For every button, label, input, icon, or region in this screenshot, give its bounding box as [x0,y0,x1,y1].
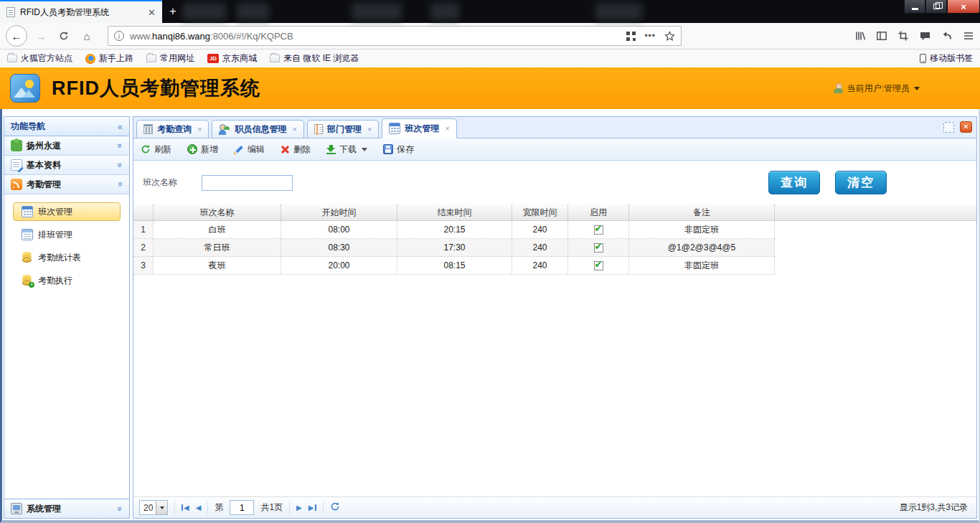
page-number-input[interactable] [230,500,254,515]
tab-close-icon[interactable]: × [292,125,296,133]
cell-note: @1@2@3@4@5 [629,239,775,256]
save-button[interactable]: 保存 [383,143,414,156]
current-user-label: 当前用户:管理员 [847,83,910,95]
sidebar-icon[interactable] [876,30,887,42]
mobile-bookmarks[interactable]: 移动版书签 [920,52,973,65]
check-icon: ✔ [595,241,603,252]
undo-icon[interactable] [941,30,953,42]
url-bar[interactable]: i www.hanqi86.wang:8006/#!/Kq/KQPCB ••• [108,26,682,46]
sidebar-section-yangzhou[interactable]: 扬州永道 » [4,136,129,156]
bookmark-item[interactable]: JD京东商城 [207,52,257,65]
delete-icon [281,145,290,154]
refresh-button[interactable]: 刷新 [141,143,171,156]
dropdown-button[interactable] [156,501,167,514]
bookmark-item[interactable]: 新手上路 [85,52,133,65]
pencil-icon [234,144,244,154]
window-minimize-button[interactable] [904,0,925,14]
tab-staff-info[interactable]: 职员信息管理 × [212,120,303,138]
tab-label: 部门管理 [327,123,362,136]
first-page-button[interactable]: ◀ [182,504,189,512]
query-button[interactable]: 查询 [768,171,820,194]
screenshot-icon[interactable] [897,30,909,42]
chevron-down-icon[interactable] [362,148,367,151]
firefox-icon [85,54,95,64]
checkbox-checked[interactable]: ✔ [594,243,603,253]
tab-close-icon[interactable]: × [445,124,449,133]
app-body: 功能导航 « 扬州永道 » 基本资料 » 考勤管理 » 班次管 [0,109,980,523]
shift-name-label: 班次名称 [143,176,202,189]
table-row[interactable]: 1 白班 08:00 20:15 240 ✔ 非固定班 [133,221,775,239]
record-count-status: 显示1到3,共3记录 [900,501,971,514]
home-button[interactable]: ⌂ [77,27,96,45]
add-button[interactable]: 新增 [187,143,218,156]
tab-close-icon[interactable]: ✕ [148,8,156,17]
bookmark-item[interactable]: 火狐官方站点 [7,52,72,65]
chevron-down-icon: » [116,506,126,512]
reload-button[interactable] [55,27,73,45]
window-restore-button[interactable] [925,0,947,14]
download-button[interactable]: 下载 [326,143,367,156]
row-number: 1 [133,221,154,238]
edit-button[interactable]: 编辑 [234,143,265,156]
prev-page-button[interactable]: ◀ [196,504,202,512]
phone-icon [920,54,926,63]
bookmark-item[interactable]: 常用网址 [146,52,194,65]
next-page-button[interactable]: ▶ [296,504,302,512]
cell-shift-name: 常日班 [154,239,281,256]
last-page-button[interactable]: ▶ [308,504,316,512]
background-blur [595,3,642,20]
column-header: 宽限时间 [512,204,568,220]
tab-close-icon[interactable]: × [197,125,202,133]
sidebar-item-attendance-execute[interactable]: 考勤执行 [13,271,121,290]
chat-icon[interactable] [919,30,931,42]
app-title: RFID人员考勤管理系统 [52,75,260,101]
menu-icon[interactable] [963,30,974,42]
checkbox-checked[interactable]: ✔ [594,225,603,235]
sidebar-section-basic-data[interactable]: 基本资料 » [4,156,129,175]
browser-tab[interactable]: RFID人员考勤管理系统 ✕ [0,0,162,23]
column-header: 备注 [629,204,775,220]
cell-end-time: 08:15 [397,257,512,274]
tab-department[interactable]: 部门管理 × [307,120,379,138]
sidebar-item-attendance-stats[interactable]: 考勤统计表 [13,248,121,267]
bookmark-star-icon[interactable] [664,31,675,42]
page-size-select[interactable]: 20 [139,500,168,515]
sidebar-item-schedule-management[interactable]: 排班管理 [13,225,121,244]
forward-button[interactable]: → [32,27,50,45]
tab-close-icon[interactable]: × [367,125,372,133]
close-panel-icon[interactable]: ✕ [960,121,972,133]
sidebar-item-shift-management[interactable]: 班次管理 [13,202,121,221]
folder-icon [7,55,17,62]
checkbox-checked[interactable]: ✔ [594,261,603,270]
table-row[interactable]: 2 常日班 08:30 17:30 240 ✔ @1@2@3@4@5 [133,239,775,257]
site-info-icon[interactable]: i [114,31,124,41]
delete-button[interactable]: 删除 [281,143,311,156]
background-blur [430,3,459,20]
collapse-icon[interactable]: « [118,121,123,132]
clear-button[interactable]: 清空 [835,171,887,194]
bookmark-label: 来自 微软 IE 浏览器 [283,52,359,65]
qr-code-icon[interactable] [626,32,636,41]
bookmark-item[interactable]: 来自 微软 IE 浏览器 [270,52,359,65]
page-size-value: 20 [140,503,156,513]
rss-icon [11,179,22,190]
back-button[interactable]: ← [6,25,27,47]
table-row[interactable]: 3 夜班 20:00 08:15 240 ✔ 非固定班 [133,257,775,275]
page-favicon [6,7,15,17]
new-tab-button[interactable]: + [162,0,184,23]
current-user-menu[interactable]: 当前用户:管理员 [833,83,970,95]
background-blur [352,3,402,20]
sidebar-section-system[interactable]: 系统管理 » [4,499,129,518]
tab-shift-management[interactable]: 班次管理 × [382,118,456,138]
shift-name-input[interactable] [202,175,293,191]
tab-attendance-query[interactable]: 考勤查询 × [136,120,209,138]
cell-start-time: 08:00 [281,221,397,238]
page-actions-icon[interactable]: ••• [644,31,656,41]
maximize-panel-icon[interactable] [943,122,954,133]
cell-grace-time: 240 [512,221,568,238]
column-header: 启用 [568,204,629,220]
pager-refresh-button[interactable] [330,501,340,514]
library-icon[interactable] [854,30,866,42]
window-close-button[interactable]: × [947,0,980,14]
sidebar-section-attendance[interactable]: 考勤管理 » [4,175,129,194]
